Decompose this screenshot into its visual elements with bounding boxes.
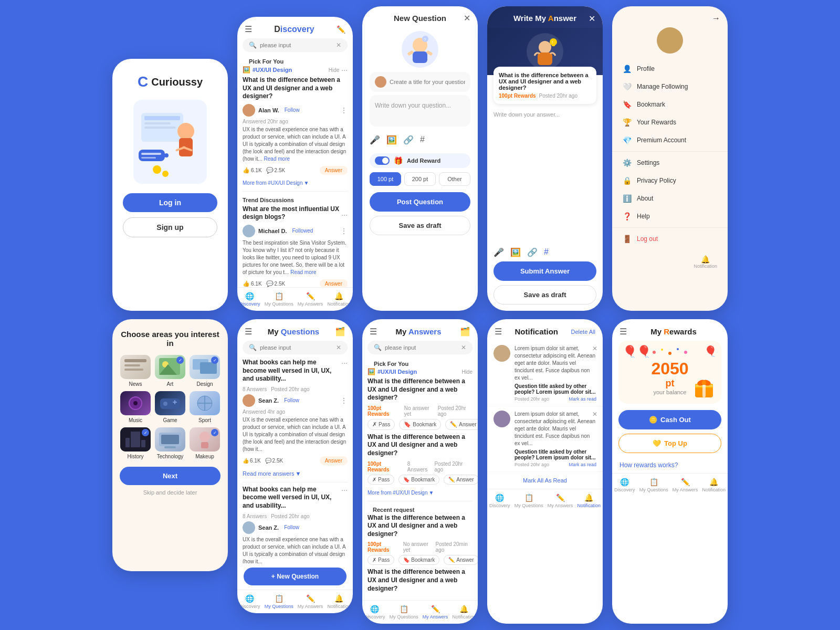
answer-1-button[interactable]: Answer xyxy=(320,166,348,175)
nav-my-answers[interactable]: ✏️ My Answers xyxy=(298,292,323,307)
menu-rewards[interactable]: 🏆 Your Rewards xyxy=(612,113,728,131)
mark-all-read-button[interactable]: Mark All As Read xyxy=(487,472,603,489)
mark-read-1[interactable]: Mark as read xyxy=(569,396,596,402)
hide-button[interactable]: Hide xyxy=(329,67,340,73)
discovery-search-input[interactable] xyxy=(260,42,333,48)
newq-title-input[interactable] xyxy=(390,79,465,85)
bookmark-2-button[interactable]: 🔖Bookmark xyxy=(398,475,439,485)
nav-discovery[interactable]: 🌐 Discovery xyxy=(239,292,260,307)
interest-sport[interactable]: Sport xyxy=(190,391,220,423)
next-button[interactable]: Next xyxy=(120,467,220,485)
rewards-nav-notif[interactable]: 🔔 Notification xyxy=(702,478,726,492)
interest-design[interactable]: ✓ Design xyxy=(190,355,220,387)
myq-clear-icon[interactable]: ✕ xyxy=(336,344,341,351)
myq-q2-more[interactable]: ··· xyxy=(341,486,348,513)
signup-button[interactable]: Sign up xyxy=(123,217,217,237)
save-draft-button[interactable]: Save as draft xyxy=(370,216,470,235)
rewards-hamburger-icon[interactable]: ☰ xyxy=(620,327,627,337)
newq-title-row[interactable] xyxy=(370,72,470,92)
interest-music[interactable]: Music xyxy=(120,391,151,423)
myq-nav-mya[interactable]: ✏️ My Answers xyxy=(298,594,323,609)
myq-hamburger-icon[interactable]: ☰ xyxy=(245,327,252,337)
myq-search-input[interactable] xyxy=(260,344,333,351)
myq-answer-1-btn[interactable]: Answer xyxy=(320,456,348,465)
topup-button[interactable]: 💛 Top Up xyxy=(618,434,721,453)
mya-filter-icon[interactable]: 🗂️ xyxy=(460,327,470,337)
menu-privacy[interactable]: 🔒 Privacy Policy xyxy=(612,172,728,190)
follow-1-button[interactable]: Follow xyxy=(285,107,300,113)
mya-clear-icon[interactable]: ✕ xyxy=(461,344,466,351)
myq-nav-notif[interactable]: 🔔 Notification xyxy=(327,594,351,609)
cashout-button[interactable]: 🪙 Cash Out xyxy=(618,410,721,429)
rewards-nav-mya[interactable]: ✏️ My Answers xyxy=(673,478,698,492)
notif-hamburger-icon[interactable]: ☰ xyxy=(495,327,502,337)
reward-200-option[interactable]: 200 pt xyxy=(404,172,436,186)
write-link-icon[interactable]: 🔗 xyxy=(527,247,538,257)
write-save-draft-button[interactable]: Save as draft xyxy=(494,285,596,304)
rewards-nav-myq[interactable]: 📋 My Questions xyxy=(639,478,668,492)
pass-1-button[interactable]: ✗ Pass xyxy=(368,419,395,430)
menu-logout[interactable]: 🚪 Log out xyxy=(612,230,728,248)
delete-all-button[interactable]: Delete All xyxy=(571,329,595,335)
bookmark-3-button[interactable]: 🔖Bookmark xyxy=(398,555,439,565)
newq-body-input[interactable]: Write down your question... xyxy=(370,95,470,127)
how-rewards-link[interactable]: How rewards works? xyxy=(612,457,728,473)
myq-nav-myq[interactable]: 📋 My Questions xyxy=(265,594,293,609)
write-answer-area[interactable]: Write down your answer... xyxy=(487,104,603,243)
write-hashtag-icon[interactable]: # xyxy=(544,247,549,257)
notif-nav-myq[interactable]: 📋 My Questions xyxy=(514,494,543,508)
notif-close-2[interactable]: ✕ xyxy=(592,411,597,418)
notif-nav-notif[interactable]: 🔔 Notification xyxy=(577,494,601,508)
write-mic-icon[interactable]: 🎤 xyxy=(494,247,504,257)
tag-text[interactable]: #UX/UI Design xyxy=(253,67,292,73)
notif-nav-mya[interactable]: ✏️ My Answers xyxy=(548,494,573,508)
notif-close-1[interactable]: ✕ xyxy=(592,345,597,352)
submit-answer-button[interactable]: Submit Answer xyxy=(494,261,596,281)
mya-nav-mya[interactable]: ✏️ My Answers xyxy=(423,605,448,620)
newq-close-icon[interactable]: ✕ xyxy=(464,13,470,23)
login-button[interactable]: Log in xyxy=(123,193,217,212)
search-clear-icon[interactable]: ✕ xyxy=(336,41,341,49)
menu-manage-following[interactable]: 🤍 Manage Following xyxy=(612,78,728,96)
menu-about[interactable]: ℹ️ About xyxy=(612,190,728,207)
hashtag-icon[interactable]: # xyxy=(420,135,425,145)
mya-nav-disc[interactable]: 🌐 Discovery xyxy=(364,605,385,620)
menu-help[interactable]: ❓ Help xyxy=(612,207,728,225)
myq-follow-2[interactable]: Follow xyxy=(284,524,299,530)
link-icon[interactable]: 🔗 xyxy=(403,135,414,145)
reward-other-option[interactable]: Other xyxy=(439,172,470,186)
interest-technology[interactable]: Technology xyxy=(155,427,185,459)
mya-more-from[interactable]: More from #UX/UI Design ▼ xyxy=(368,488,472,498)
answer-2-button[interactable]: Answer xyxy=(320,279,348,287)
interest-art[interactable]: ✓ Art xyxy=(155,355,185,387)
myq-filter-icon[interactable]: 🗂️ xyxy=(335,327,345,337)
rewards-nav-disc[interactable]: 🌐 Discovery xyxy=(614,478,635,492)
new-question-button[interactable]: + New Question xyxy=(244,568,346,585)
mya-nav-notif[interactable]: 🔔 Notification xyxy=(452,605,476,620)
bookmark-1-button[interactable]: 🔖 Bookmark xyxy=(399,419,441,430)
reward-toggle[interactable] xyxy=(375,156,390,165)
myq-q1-more[interactable]: ··· xyxy=(341,359,348,386)
nav-my-questions[interactable]: 📋 My Questions xyxy=(265,292,293,307)
myq-more-1-icon[interactable]: ⋮ xyxy=(340,396,348,405)
profile-notification-btn[interactable]: 🔔 Notification xyxy=(689,251,721,273)
read-more-1[interactable]: Read more xyxy=(264,156,290,162)
interest-history[interactable]: ✓ History xyxy=(120,427,151,459)
pass-2-button[interactable]: ✗Pass xyxy=(368,475,394,485)
mya-search-input[interactable] xyxy=(385,344,458,351)
mic-icon[interactable]: 🎤 xyxy=(370,135,380,145)
menu-bookmark[interactable]: 🔖 Bookmark xyxy=(612,96,728,113)
write-close-icon[interactable]: ✕ xyxy=(589,14,595,24)
q2-more-dots[interactable]: ··· xyxy=(341,211,348,219)
write-image-icon[interactable]: 🖼️ xyxy=(510,247,521,257)
read-more-2[interactable]: Read more xyxy=(290,269,316,275)
notif-nav-disc[interactable]: 🌐 Discovery xyxy=(489,494,510,508)
answer-1-action-btn[interactable]: ✏️ Answer xyxy=(445,419,478,430)
follow-2-button[interactable]: Followed xyxy=(292,228,313,234)
more-dots-icon[interactable]: ··· xyxy=(341,66,348,74)
pass-3-button[interactable]: ✗Pass xyxy=(368,555,394,565)
answer-3-action-btn[interactable]: ✏️Answer xyxy=(444,555,478,565)
myq-nav-discovery[interactable]: 🌐 Discovery xyxy=(239,594,260,609)
post-question-button[interactable]: Post Question xyxy=(370,192,470,212)
more-options-2-icon[interactable]: ⋮ xyxy=(340,227,348,235)
